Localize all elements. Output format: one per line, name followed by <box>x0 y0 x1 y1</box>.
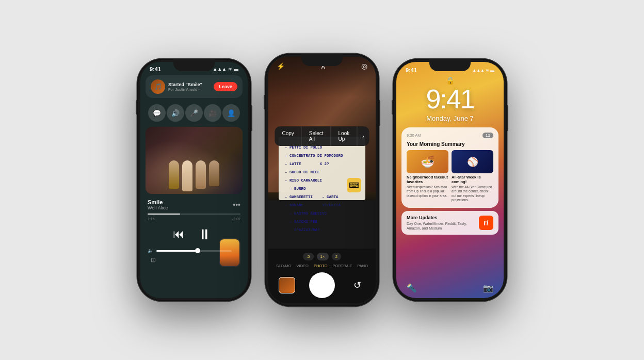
phone-lockscreen: 9:41 ▲▲▲ ≋ ▬ 🔒 9:41 Monday, June 7 9:30 … <box>393 59 507 301</box>
speaker-button[interactable]: 🔊 <box>167 104 184 122</box>
p3-news-image-2: ⚾ <box>452 150 493 173</box>
p1-volume-bar[interactable] <box>156 250 232 252</box>
p2-context-menu: Copy Select All Look Up › <box>275 126 369 146</box>
p1-elapsed-time: 1:15 <box>148 217 155 221</box>
zoom-1x-button[interactable]: 1× <box>317 253 329 260</box>
zoom-0.5-button[interactable]: .5 <box>303 253 314 260</box>
pause-button[interactable]: ⏸ <box>194 223 215 245</box>
p1-facetime-bar: 🎵 Started "Smile" For Justin Arnold › Le… <box>146 75 243 98</box>
p1-time: 9:41 <box>150 66 161 72</box>
note-line-7: - GAMBERETTI - CARTA <box>285 193 359 201</box>
signal-icon: ▲▲▲ <box>213 67 227 72</box>
notch-3 <box>429 59 471 71</box>
p3-more-text: More Updates Day One, WaterMinder, Reddi… <box>407 215 476 231</box>
p2-bottom-controls: .5 1× 2 SLO-MO VIDEO PHOTO PORTRAIT PANO <box>268 249 376 303</box>
p1-progress-fill <box>148 214 180 215</box>
p1-progress-bar[interactable] <box>148 214 240 215</box>
more-options-button[interactable]: ••• <box>233 201 240 209</box>
message-button[interactable]: 💬 <box>148 104 166 122</box>
settings-circle-icon[interactable]: ◎ <box>361 62 367 70</box>
volume-low-icon: 🔈 <box>148 248 153 253</box>
p3-notif-title: Your Morning Summary <box>407 141 493 147</box>
p3-news-image-2-inner: ⚾ <box>452 150 493 173</box>
battery-icon: ▬ <box>234 67 238 72</box>
p1-facetime-subtitle: For Justin Arnold › <box>168 87 202 92</box>
p3-more-desc: Day One, WaterMinder, Reddit, Tasty, Ama… <box>407 221 476 231</box>
note-line-4: - SUCCO DI MELE <box>285 169 359 176</box>
p3-news-grid: Neighborhood takeout favorites Need insp… <box>407 150 493 203</box>
mode-pano[interactable]: PANO <box>357 264 368 268</box>
p3-wifi-icon: ≋ <box>486 68 489 73</box>
p1-song-text: Smile Wolf Alice <box>148 199 168 210</box>
mic-button[interactable]: 🎤 <box>185 104 203 122</box>
person-button[interactable]: 👤 <box>222 104 240 122</box>
p1-figure-3 <box>196 160 206 189</box>
airplay-icon[interactable]: ⊡ <box>151 256 156 264</box>
note-line-8: - BANANE IGIENICA <box>285 202 359 209</box>
p1-remaining-time: -2:02 <box>232 217 240 221</box>
p1-volume-fill <box>156 250 198 252</box>
p1-album-art <box>146 127 243 194</box>
rewind-button[interactable]: ⏮ <box>173 227 184 241</box>
p3-notification-card[interactable]: 9:30 AM 11 Your Morning Summary Neighbor… <box>401 127 498 208</box>
p1-contact-avatar: 🎵 <box>151 79 165 94</box>
p1-facetime-title: Started "Smile" <box>168 82 202 87</box>
p2-shutter-row: ↺ <box>268 269 376 303</box>
p3-news-item-1[interactable]: Neighborhood takeout favorites Need insp… <box>407 150 448 203</box>
p2-zoom-controls: .5 1× 2 <box>268 249 376 263</box>
mode-slomo[interactable]: SLO-MO <box>276 264 292 268</box>
p1-controls-row: 💬 🔊 🎤 🎥 👤 <box>140 101 248 125</box>
camera-icon[interactable]: 📷 <box>483 283 493 293</box>
p3-news-image-1 <box>407 150 448 173</box>
p1-song-info: Smile Wolf Alice ••• <box>140 196 248 211</box>
phone-music: 9:41 ▲▲▲ ≋ ▬ 🎵 Started "Smile" For Justi… <box>137 59 251 301</box>
flashlight-icon[interactable]: 🔦 <box>407 283 417 293</box>
notch-1 <box>173 59 215 71</box>
phone-camera: ⚡ ∧ ◎ Copy Select All Look Up › - PETTI … <box>265 54 379 306</box>
p3-notif-badge: 11 <box>482 133 493 138</box>
p1-video-thumbnail[interactable] <box>219 238 240 267</box>
phones-container: 9:41 ▲▲▲ ≋ ▬ 🎵 Started "Smile" For Justi… <box>127 43 517 317</box>
p3-news-headline-2: All-Star Week is coming! <box>452 175 493 184</box>
look-up-menu-item[interactable]: Look Up <box>331 126 358 146</box>
p1-song-artist: Wolf Alice <box>148 205 168 210</box>
p3-date: Monday, June 7 <box>396 114 504 122</box>
phone1-screen: 9:41 ▲▲▲ ≋ ▬ 🎵 Started "Smile" For Justi… <box>140 62 248 298</box>
p1-status-icons: ▲▲▲ ≋ ▬ <box>213 67 238 72</box>
mode-photo[interactable]: PHOTO <box>314 264 328 268</box>
p3-battery-icon: ▬ <box>490 68 494 73</box>
p3-bottom-bar: 🔦 📷 <box>396 283 504 293</box>
p1-person-preview <box>220 239 239 266</box>
p3-notif-time: 9:30 AM <box>407 133 421 138</box>
p3-news-desc-1: Need inspiration? Kea Mao from Up Thai i… <box>407 185 448 198</box>
p1-figure-4 <box>209 160 219 186</box>
live-text-button[interactable]: ⌨ <box>347 178 361 192</box>
phone3-screen: 9:41 ▲▲▲ ≋ ▬ 🔒 9:41 Monday, June 7 9:30 … <box>396 62 504 298</box>
copy-menu-item[interactable]: Copy <box>275 126 301 146</box>
menu-more-arrow[interactable]: › <box>357 126 369 146</box>
flip-camera-button[interactable]: ↺ <box>349 277 365 293</box>
mode-portrait[interactable]: PORTRAIT <box>332 264 352 268</box>
p1-figure-2 <box>182 160 192 191</box>
zoom-2x-button[interactable]: 2 <box>332 253 341 260</box>
p1-playback-controls: ⏮ ⏸ <box>140 221 248 247</box>
mode-video[interactable]: VIDEO <box>297 264 309 268</box>
p2-mode-bar: SLO-MO VIDEO PHOTO PORTRAIT PANO <box>268 263 376 269</box>
p3-news-desc-2: With the All-Star Game just around the c… <box>452 185 493 203</box>
p1-volume-thumb <box>195 248 200 253</box>
p3-news-item-2[interactable]: ⚾ All-Star Week is coming! With the All-… <box>452 150 493 203</box>
p1-band-figures <box>146 160 243 191</box>
p3-news-headline-1: Neighborhood takeout favorites <box>407 175 448 184</box>
wifi-icon: ≋ <box>228 67 232 72</box>
shutter-button[interactable] <box>309 272 335 298</box>
p3-more-updates-card[interactable]: More Updates Day One, WaterMinder, Reddi… <box>401 211 498 235</box>
p2-photo-thumbnail[interactable] <box>279 277 295 293</box>
p1-figure-1 <box>169 160 179 189</box>
select-all-menu-item[interactable]: Select All <box>302 126 331 146</box>
p3-status-icons: ▲▲▲ ≋ ▬ <box>472 68 494 73</box>
leave-button[interactable]: Leave <box>214 82 237 91</box>
video-button[interactable]: 🎥 <box>204 104 221 122</box>
flash-icon[interactable]: ⚡ <box>277 62 285 70</box>
p3-status-time: 9:41 <box>406 67 417 73</box>
p1-song-title: Smile <box>148 199 168 205</box>
